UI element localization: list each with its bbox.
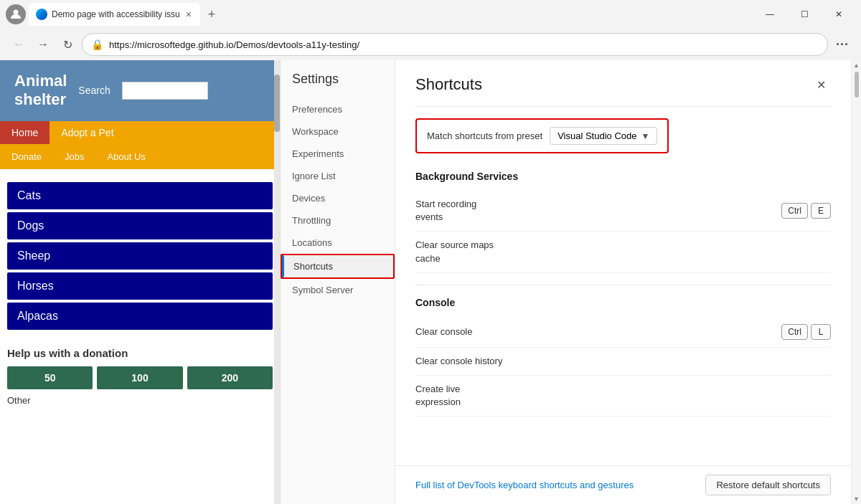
scroll-track xyxy=(855,69,859,495)
scroll-thumb[interactable] xyxy=(855,72,859,98)
tab-title: Demo page with accessibility issu xyxy=(52,9,180,19)
settings-nav-locations[interactable]: Locations xyxy=(281,232,395,254)
animal-list: Cats Dogs Sheep Horses Alpacas xyxy=(0,175,280,337)
nav-item-home[interactable]: Home xyxy=(0,121,50,144)
preset-select[interactable]: Visual Studio Code ▼ xyxy=(550,127,657,145)
animal-btn-dogs[interactable]: Dogs xyxy=(7,212,273,239)
settings-nav-devices[interactable]: Devices xyxy=(281,187,395,209)
restore-button[interactable]: Restore default shortcuts xyxy=(705,475,831,495)
settings-sidebar: Settings Preferences Workspace Experimen… xyxy=(281,60,395,504)
divider-top xyxy=(415,106,831,107)
animal-btn-horses[interactable]: Horses xyxy=(7,272,273,300)
shortcut-row-liveexpr: Create liveexpression xyxy=(415,376,831,417)
shelter-title: Animal shelter xyxy=(14,72,67,110)
scrollbar-thumb[interactable] xyxy=(274,75,280,132)
settings-content: Settings Preferences Workspace Experimen… xyxy=(281,60,861,504)
section-title-bg: Background Services xyxy=(415,171,831,182)
more-button[interactable]: ··· xyxy=(832,34,852,54)
nav-item-donate[interactable]: Donate xyxy=(0,146,53,168)
close-window-button[interactable]: ✕ xyxy=(822,3,855,26)
scroll-down-arrow[interactable]: ▼ xyxy=(853,495,860,503)
animal-btn-alpacas[interactable]: Alpacas xyxy=(7,303,273,330)
shortcut-row-clearhistory: Clear console history xyxy=(415,348,831,376)
shortcut-keys-recording: Ctrl E xyxy=(781,203,831,219)
maximize-button[interactable]: ☐ xyxy=(788,3,821,26)
close-settings-button[interactable]: ✕ xyxy=(811,75,831,95)
animal-btn-sheep[interactable]: Sheep xyxy=(7,242,273,270)
settings-footer: Full list of DevTools keyboard shortcuts… xyxy=(395,465,851,504)
refresh-button[interactable]: ↻ xyxy=(57,34,77,54)
shortcut-row-clearmaps: Clear source mapscache xyxy=(415,232,831,272)
settings-main-header: Shortcuts ✕ xyxy=(415,75,831,95)
forward-button[interactable]: → xyxy=(33,34,53,54)
key-l: L xyxy=(811,324,831,340)
main-content: Animal shelter Search Home Adopt a Pet D… xyxy=(0,60,861,504)
other-label: Other xyxy=(7,395,273,406)
donation-btn-100[interactable]: 100 xyxy=(97,366,182,389)
shortcut-label-liveexpr: Create liveexpression xyxy=(415,383,461,409)
new-tab-button[interactable]: + xyxy=(202,4,222,24)
shortcut-label-clearconsole: Clear console xyxy=(415,325,473,338)
webpage-panel: Animal shelter Search Home Adopt a Pet D… xyxy=(0,60,280,504)
active-tab[interactable]: Demo page with accessibility issu × xyxy=(29,3,200,26)
shortcut-label-clearmaps: Clear source mapscache xyxy=(415,239,494,265)
key-ctrl: Ctrl xyxy=(781,203,808,219)
back-button[interactable]: ← xyxy=(9,34,29,54)
settings-scrollbar[interactable]: ▲ ▼ xyxy=(851,60,861,504)
settings-wrapper: Settings Preferences Workspace Experimen… xyxy=(281,60,861,504)
chevron-down-icon: ▼ xyxy=(641,131,649,141)
donation-title: Help us with a donation xyxy=(7,347,273,359)
settings-panel: Settings Preferences Workspace Experimen… xyxy=(280,60,861,504)
section-title-console: Console xyxy=(415,297,831,308)
preset-value: Visual Studio Code xyxy=(557,130,636,141)
webpage-scrollbar[interactable] xyxy=(274,60,280,504)
nav-item-about[interactable]: About Us xyxy=(95,146,156,168)
lock-icon: 🔒 xyxy=(91,39,103,50)
settings-nav-throttling[interactable]: Throttling xyxy=(281,209,395,232)
donation-btn-50[interactable]: 50 xyxy=(7,366,93,389)
settings-nav-symbolserver[interactable]: Symbol Server xyxy=(281,279,395,301)
animal-btn-cats[interactable]: Cats xyxy=(7,182,273,209)
key-e: E xyxy=(811,203,831,219)
nav-item-jobs[interactable]: Jobs xyxy=(53,146,95,168)
search-label: Search xyxy=(78,85,110,96)
webpage-scroll: Animal shelter Search Home Adopt a Pet D… xyxy=(0,60,280,504)
settings-title: Settings xyxy=(281,72,395,98)
settings-nav-shortcuts[interactable]: Shortcuts xyxy=(281,254,395,279)
preset-row: Match shortcuts from preset Visual Studi… xyxy=(415,118,669,153)
nav-bar-2: Donate Jobs About Us xyxy=(0,144,280,169)
url-text: https://microsoftedge.github.io/Demos/de… xyxy=(109,39,819,50)
search-input[interactable] xyxy=(122,82,208,100)
donation-buttons: 50 100 200 xyxy=(7,366,273,389)
footer-link[interactable]: Full list of DevTools keyboard shortcuts… xyxy=(415,480,634,490)
settings-nav-preferences[interactable]: Preferences xyxy=(281,98,395,120)
key-ctrl-2: Ctrl xyxy=(781,324,808,340)
shelter-header: Animal shelter Search xyxy=(0,60,280,121)
nav-bar: Home Adopt a Pet xyxy=(0,121,280,144)
nav-item-adopt[interactable]: Adopt a Pet xyxy=(50,121,125,144)
settings-nav-ignorelist[interactable]: Ignore List xyxy=(281,165,395,187)
tab-close-button[interactable]: × xyxy=(184,7,193,22)
address-bar: ← → ↻ 🔒 https://microsoftedge.github.io/… xyxy=(0,29,861,60)
profile-icon[interactable] xyxy=(6,4,26,24)
settings-nav-experiments[interactable]: Experiments xyxy=(281,143,395,165)
tab-favicon xyxy=(36,9,47,20)
window-controls: — ☐ ✕ xyxy=(753,3,855,26)
minimize-button[interactable]: — xyxy=(753,3,786,26)
donation-section: Help us with a donation 50 100 200 Other xyxy=(0,337,280,406)
settings-nav-workspace[interactable]: Workspace xyxy=(281,120,395,143)
settings-main: Shortcuts ✕ Match shortcuts from preset … xyxy=(395,60,851,465)
url-bar[interactable]: 🔒 https://microsoftedge.github.io/Demos/… xyxy=(82,33,828,56)
scroll-up-arrow[interactable]: ▲ xyxy=(853,62,860,69)
shortcut-label-clearhistory: Clear console history xyxy=(415,355,502,368)
donation-btn-200[interactable]: 200 xyxy=(187,366,273,389)
settings-main-title: Shortcuts xyxy=(415,75,482,94)
title-bar: Demo page with accessibility issu × + — … xyxy=(0,0,861,29)
shortcut-row-recording: Start recordingevents Ctrl E xyxy=(415,191,831,232)
shortcut-row-clearconsole: Clear console Ctrl L xyxy=(415,317,831,348)
divider-console xyxy=(415,285,831,285)
shortcut-keys-clearconsole: Ctrl L xyxy=(781,324,831,340)
tab-bar: Demo page with accessibility issu × + xyxy=(29,3,751,26)
svg-point-0 xyxy=(14,10,19,15)
shelter-title-text: Animal shelter xyxy=(14,72,67,110)
